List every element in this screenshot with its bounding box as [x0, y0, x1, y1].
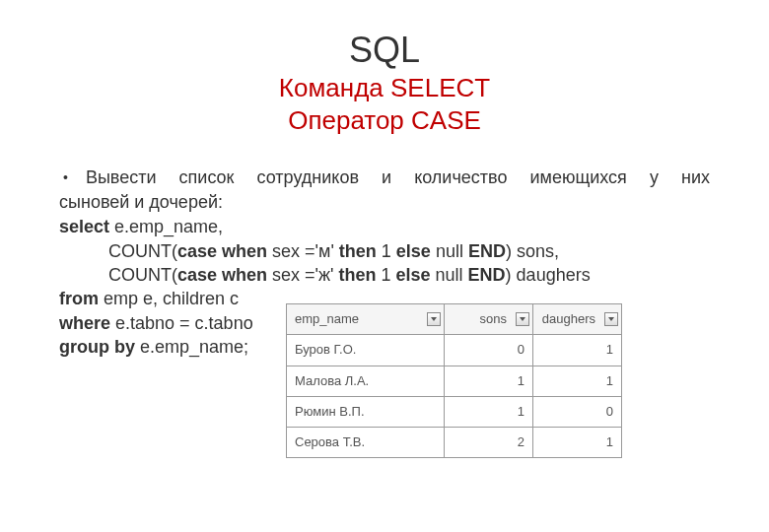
cell-sons: 1	[445, 366, 533, 396]
code-text: e.tabno = c.tabno	[110, 313, 253, 333]
cell-daughers: 1	[533, 335, 622, 366]
code-text: COUNT(	[108, 241, 177, 261]
code-text: sex ='ж'	[267, 265, 338, 285]
kw-end: END	[468, 265, 506, 285]
code-text: ) sons,	[506, 241, 559, 261]
kw-select: select	[59, 217, 109, 236]
kw-case-when: case when	[177, 241, 267, 261]
kw-else: else	[396, 241, 431, 261]
code-text: ) daughers	[506, 265, 591, 285]
code-text: e.emp_name,	[109, 217, 223, 236]
kw-where: where	[59, 313, 110, 333]
cell-sons: 1	[445, 396, 533, 427]
result-table: emp_name sons daughers	[286, 303, 622, 458]
header-label: daughers	[542, 310, 613, 328]
task-line2: сыновей и дочерей:	[59, 190, 710, 215]
result-table-container: emp_name sons daughers	[286, 303, 710, 458]
cell-daughers: 0	[533, 396, 622, 427]
kw-else: else	[396, 265, 431, 285]
cell-name: Буров Г.О.	[287, 335, 445, 366]
cell-name: Рюмин В.П.	[287, 396, 445, 427]
cell-sons: 0	[445, 335, 533, 366]
code-text: null	[431, 265, 468, 285]
table-header-row: emp_name sons daughers	[287, 304, 622, 335]
table-row: Серова Т.В. 2 1	[287, 427, 622, 457]
title-main: SQL	[59, 30, 710, 71]
title-sub2: Оператор CASE	[59, 105, 710, 136]
kw-from: from	[59, 289, 99, 308]
cell-sons: 2	[445, 427, 533, 457]
header-sons[interactable]: sons	[445, 304, 533, 335]
body-text: • Вывести список сотрудников и количеств…	[59, 166, 710, 458]
kw-case-when: case when	[177, 265, 267, 285]
kw-group-by: group by	[59, 337, 135, 357]
kw-end: END	[468, 241, 506, 261]
bullet-icon: •	[63, 166, 68, 190]
header-label: emp_name	[295, 310, 377, 328]
cell-name: Малова Л.А.	[287, 366, 445, 396]
code-text: emp e, children c	[99, 289, 239, 308]
code-text: 1	[377, 265, 396, 285]
dropdown-icon[interactable]	[427, 312, 441, 326]
title-sub1: Команда SELECT	[59, 73, 710, 103]
title-block: SQL Команда SELECT Оператор CASE	[59, 30, 710, 136]
slide-content: SQL Команда SELECT Оператор CASE • Вывес…	[0, 0, 769, 488]
code-text: sex ='м'	[267, 241, 339, 261]
header-emp-name[interactable]: emp_name	[287, 304, 445, 335]
table-row: Буров Г.О. 0 1	[287, 335, 622, 366]
task-line1: Вывести список сотрудников и количество …	[86, 166, 710, 190]
dropdown-icon[interactable]	[516, 312, 529, 326]
table-row: Малова Л.А. 1 1	[287, 366, 622, 396]
cell-name: Серова Т.В.	[287, 427, 445, 457]
cell-daughers: 1	[533, 366, 622, 396]
code-text: e.emp_name;	[135, 337, 248, 357]
code-text: null	[431, 241, 468, 261]
table-row: Рюмин В.П. 1 0	[287, 396, 622, 427]
kw-then: then	[339, 265, 377, 285]
dropdown-icon[interactable]	[604, 312, 618, 326]
cell-daughers: 1	[533, 427, 622, 457]
code-text: 1	[377, 241, 396, 261]
header-daughers[interactable]: daughers	[533, 304, 622, 335]
kw-then: then	[339, 241, 377, 261]
code-text: COUNT(	[108, 265, 177, 285]
